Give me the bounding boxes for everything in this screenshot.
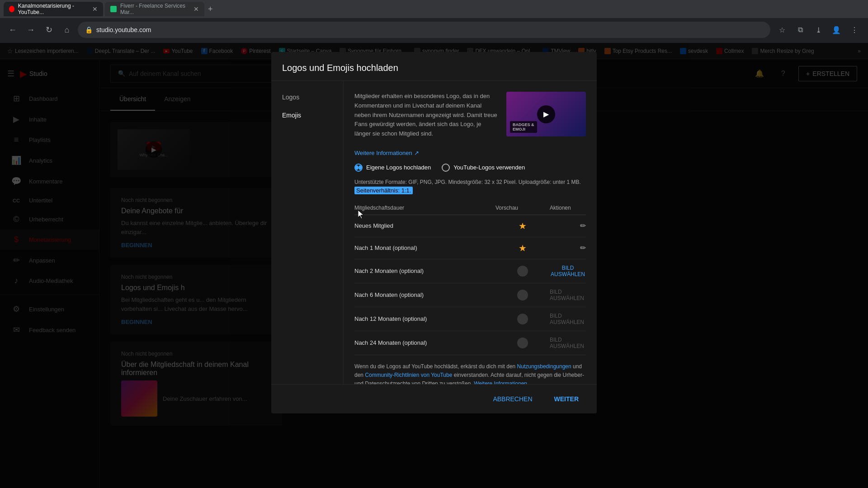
address-bar[interactable]: 🔒 studio.youtube.com — [78, 22, 770, 38]
row-1m-edit-button[interactable]: ✏ — [580, 244, 586, 252]
row-24m-bild-auswahlen-disabled: BILD AUSWÄHLEN — [550, 337, 586, 349]
format-info-text: Unterstützte Formate: GIF, PNG, JPG. Min… — [354, 179, 586, 185]
row-2m-actions: BILD AUSWÄHLEN — [550, 265, 586, 277]
row-24m-duration: Nach 24 Monaten (optional) — [354, 339, 495, 346]
radio-eigene-circle — [354, 164, 363, 172]
tab-youtube-studio-label: Kanalmonetarisierung - YouTube... — [18, 3, 89, 15]
row-1m-preview: ★ — [495, 243, 550, 253]
extensions-button[interactable]: ⧉ — [792, 22, 808, 38]
abbrechen-button[interactable]: ABBRECHEN — [486, 392, 539, 406]
modal-footer-text: Wenn du die Logos auf YouTube hochlädst,… — [354, 362, 586, 384]
fiverr-tab-favicon — [110, 6, 117, 12]
settings-button[interactable]: ⋮ — [846, 22, 863, 38]
tab-fiverr-label: Fiverr - Freelance Services Mar... — [120, 3, 190, 15]
row-12m-circle-placeholder — [517, 314, 528, 324]
tab-fiverr-close[interactable]: ✕ — [193, 6, 199, 12]
row-2m-duration: Nach 2 Monaten (optional) — [354, 267, 495, 274]
row-6m-duration: Nach 6 Monaten (optional) — [354, 291, 495, 298]
modal-sidebar: Logos Emojis — [271, 81, 344, 384]
row-6m-bild-auswahlen-disabled: BILD AUSWÄHLEN — [550, 289, 586, 301]
nav-bar: ← → ↻ ⌂ 🔒 studio.youtube.com ☆ ⧉ ⤓ 👤 ⋮ — [0, 18, 868, 42]
modal-logos-emojis: Logos und Emojis hochladen Logos Emojis … — [271, 52, 597, 413]
youtube-tab-favicon — [9, 6, 14, 12]
col-header-actions: Aktionen — [550, 205, 586, 211]
row-2m-bild-auswahlen-button[interactable]: BILD AUSWÄHLEN — [550, 265, 586, 277]
radio-eigene-dot — [355, 165, 359, 170]
table-row-6-monate: Nach 6 Monaten (optional) BILD AUSWÄHLEN — [354, 283, 586, 307]
row-2m-circle-placeholder — [517, 266, 528, 277]
tab-youtube-studio-close[interactable]: ✕ — [92, 6, 98, 12]
row-6m-preview — [495, 290, 550, 300]
nav-extras: ☆ ⧉ ⤓ 👤 ⋮ — [774, 22, 863, 38]
logo-table: Mitgliedschaftsdauer Vorschau Aktionen N… — [354, 201, 586, 355]
row-neu-actions: ✏ — [550, 221, 586, 230]
weitere-informationen-footer-link[interactable]: Weitere Informationen — [474, 380, 527, 384]
row-6m-actions: BILD AUSWÄHLEN — [550, 289, 586, 301]
new-tab-button[interactable]: + — [206, 3, 215, 16]
radio-group: Eigene Logos hochladen YouTube-Logos ver… — [354, 164, 586, 172]
col-header-duration: Mitgliedschaftsdauer — [354, 205, 495, 211]
row-neu-preview: ★ — [495, 221, 550, 231]
table-row-2-monate: Nach 2 Monaten (optional) BILD AUSWÄHLEN — [354, 259, 586, 283]
downloads-button[interactable]: ⤓ — [810, 22, 826, 38]
row-1m-duration: Nach 1 Monat (optional) — [354, 244, 495, 251]
tab-bar: Kanalmonetarisierung - YouTube... ✕ Five… — [0, 0, 868, 18]
bookmark-star-button[interactable]: ☆ — [774, 22, 790, 38]
row-neu-edit-button[interactable]: ✏ — [580, 221, 586, 230]
refresh-button[interactable]: ↻ — [42, 23, 56, 37]
modal-nav-logos-label: Logos — [282, 94, 299, 101]
forward-button[interactable]: → — [24, 23, 38, 37]
modal-video-thumbnail: BADGES &EMOJI ▶ — [506, 92, 586, 136]
table-header: Mitgliedschaftsdauer Vorschau Aktionen — [354, 201, 586, 215]
row-12m-bild-auswahlen-disabled: BILD AUSWÄHLEN — [550, 313, 586, 325]
mehr-info-text: Weitere Informationen — [354, 150, 412, 156]
modal-description-text: Mitglieder erhalten ein besonderes Logo,… — [354, 92, 499, 139]
modal-nav-logos[interactable]: Logos — [271, 88, 343, 106]
row-24m-actions: BILD AUSWÄHLEN — [550, 337, 586, 349]
seitenverhaeltnis-highlight: Seitenverhältnis: 1:1. — [354, 187, 413, 194]
modal-video-play: ▶ — [506, 92, 586, 136]
row-1m-actions: ✏ — [550, 244, 586, 252]
modal-nav-emojis-label: Emojis — [282, 112, 301, 119]
mehr-info-external-icon: ↗ — [414, 150, 419, 156]
community-richtlinien-link[interactable]: Community-Richtlinien von YouTube — [365, 372, 452, 378]
radio-eigene-logos[interactable]: Eigene Logos hochladen — [354, 164, 431, 172]
table-row-neues-mitglied: Neues Mitglied ★ ✏ — [354, 215, 586, 237]
row-12m-actions: BILD AUSWÄHLEN — [550, 313, 586, 325]
table-row-12-monate: Nach 12 Monaten (optional) BILD AUSWÄHLE… — [354, 307, 586, 331]
row-neu-duration: Neues Mitglied — [354, 222, 495, 229]
tab-youtube-studio[interactable]: Kanalmonetarisierung - YouTube... ✕ — [4, 2, 103, 16]
row-24m-preview — [495, 338, 550, 348]
weiter-button[interactable]: WEITER — [547, 392, 586, 406]
back-button[interactable]: ← — [5, 23, 20, 37]
table-row-24-monate: Nach 24 Monaten (optional) BILD AUSWÄHLE… — [354, 331, 586, 355]
home-button[interactable]: ⌂ — [60, 23, 74, 37]
row-24m-circle-placeholder — [517, 338, 528, 348]
radio-youtube-logos[interactable]: YouTube-Logos verwenden — [442, 164, 525, 172]
modal-video-play-button[interactable]: ▶ — [537, 105, 555, 123]
row-12m-duration: Nach 12 Monaten (optional) — [354, 315, 495, 322]
modal-title: Logos und Emojis hochladen — [282, 63, 586, 73]
url-display: studio.youtube.com — [96, 26, 151, 33]
seitenverhaeltnis-row: Seitenverhältnis: 1:1. — [354, 187, 586, 194]
row-12m-preview — [495, 314, 550, 324]
col-header-preview: Vorschau — [495, 205, 550, 211]
modal-description-row: Mitglieder erhalten ein besonderes Logo,… — [354, 92, 586, 139]
nutzungsbedingungen-link[interactable]: Nutzungsbedingungen — [517, 363, 571, 370]
mehr-info-link[interactable]: Weitere Informationen ↗ — [354, 150, 586, 156]
modal-body: Logos Emojis Mitglieder erhalten ein bes… — [271, 81, 597, 384]
lock-icon: 🔒 — [85, 26, 93, 33]
row-neu-star-icon: ★ — [519, 221, 527, 231]
browser-chrome: Kanalmonetarisierung - YouTube... ✕ Five… — [0, 0, 868, 43]
row-1m-star-icon: ★ — [519, 243, 527, 253]
row-6m-circle-placeholder — [517, 290, 528, 300]
modal-main: Mitglieder erhalten ein besonderes Logo,… — [344, 81, 597, 384]
table-row-1-monat: Nach 1 Monat (optional) ★ ✏ — [354, 237, 586, 259]
tab-fiverr[interactable]: Fiverr - Freelance Services Mar... ✕ — [105, 2, 204, 16]
modal-nav-emojis[interactable]: Emojis — [271, 106, 343, 124]
modal-overlay: Logos und Emojis hochladen Logos Emojis … — [0, 43, 868, 488]
profile-button[interactable]: 👤 — [828, 22, 844, 38]
modal-header: Logos und Emojis hochladen — [271, 52, 597, 81]
radio-youtube-circle — [442, 164, 450, 172]
radio-youtube-label: YouTube-Logos verwenden — [453, 164, 525, 171]
